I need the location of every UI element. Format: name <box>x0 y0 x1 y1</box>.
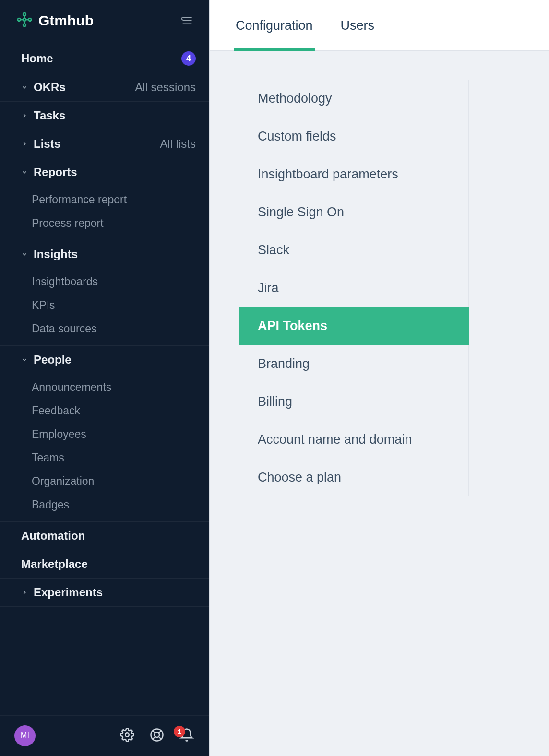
sidebar-item-lists[interactable]: Lists All lists <box>0 130 209 158</box>
sidebar-subitem-feedback[interactable]: Feedback <box>0 399 209 423</box>
sidebar-item-experiments[interactable]: Experiments <box>0 579 209 607</box>
config-item-custom-fields[interactable]: Custom fields <box>239 118 469 155</box>
sidebar-header: Gtmhub <box>0 0 209 41</box>
sidebar-subitem-process-report[interactable]: Process report <box>0 212 209 235</box>
chevron-down-icon <box>21 251 28 258</box>
sidebar-item-label: Insights <box>34 248 78 261</box>
gear-icon <box>120 728 134 744</box>
reports-sublist: Performance report Process report <box>0 186 209 240</box>
tab-users[interactable]: Users <box>339 0 377 50</box>
people-sublist: Announcements Feedback Employees Teams O… <box>0 374 209 522</box>
config-item-billing[interactable]: Billing <box>239 383 469 421</box>
svg-point-3 <box>23 13 26 16</box>
sidebar-item-label: OKRs <box>34 81 66 94</box>
lifebuoy-icon <box>150 728 164 744</box>
sidebar-item-label: Automation <box>21 529 85 543</box>
config-item-methodology[interactable]: Methodology <box>239 80 469 118</box>
sidebar-nav: Home 4 OKRs All sessions Tasks <box>0 41 209 715</box>
sidebar-item-insights[interactable]: Insights <box>0 240 209 268</box>
sidebar-item-label: Tasks <box>34 109 65 122</box>
notification-badge: 1 <box>174 726 185 737</box>
sidebar-subitem-organization[interactable]: Organization <box>0 470 209 493</box>
sidebar-item-reports[interactable]: Reports <box>0 158 209 186</box>
chevron-right-icon <box>21 141 28 147</box>
avatar[interactable]: MI <box>14 725 36 746</box>
chevron-right-icon <box>21 112 28 119</box>
config-item-api-tokens[interactable]: API Tokens <box>239 307 469 345</box>
settings-button[interactable] <box>119 728 135 744</box>
sidebar-subitem-kpis[interactable]: KPIs <box>0 294 209 317</box>
sidebar-item-people[interactable]: People <box>0 346 209 374</box>
content: Methodology Custom fields Insightboard p… <box>210 51 549 525</box>
sidebar-subitem-announcements[interactable]: Announcements <box>0 376 209 399</box>
sidebar-item-label: Home <box>21 52 53 65</box>
sidebar-subitem-employees[interactable]: Employees <box>0 423 209 446</box>
config-item-single-sign-on[interactable]: Single Sign On <box>239 193 469 231</box>
notifications-button[interactable]: 1 <box>179 728 195 744</box>
svg-line-16 <box>159 737 161 739</box>
sidebar-item-label: Lists <box>34 137 60 151</box>
sidebar-item-automation[interactable]: Automation <box>0 522 209 550</box>
chevron-down-icon <box>21 84 28 91</box>
sidebar-item-secondary[interactable]: All lists <box>160 137 196 151</box>
config-item-slack[interactable]: Slack <box>239 231 469 269</box>
svg-point-14 <box>155 732 159 737</box>
config-item-jira[interactable]: Jira <box>239 269 469 307</box>
sidebar-footer: MI 1 <box>0 715 209 756</box>
config-item-account-name-domain[interactable]: Account name and domain <box>239 421 469 459</box>
config-menu: Methodology Custom fields Insightboard p… <box>239 80 469 496</box>
svg-point-1 <box>18 18 21 21</box>
config-item-insightboard-parameters[interactable]: Insightboard parameters <box>239 155 469 193</box>
sidebar-item-label: Experiments <box>34 586 103 599</box>
sidebar-item-okrs[interactable]: OKRs All sessions <box>0 73 209 102</box>
sidebar-subitem-teams[interactable]: Teams <box>0 446 209 470</box>
svg-line-15 <box>153 731 155 733</box>
svg-point-2 <box>29 18 32 21</box>
sidebar: Gtmhub Home 4 OKRs All sessions <box>0 0 209 756</box>
tab-configuration[interactable]: Configuration <box>234 0 315 50</box>
chevron-down-icon <box>21 356 28 363</box>
svg-line-17 <box>159 731 161 733</box>
sidebar-item-marketplace[interactable]: Marketplace <box>0 550 209 579</box>
config-item-branding[interactable]: Branding <box>239 345 469 383</box>
svg-point-12 <box>125 733 129 737</box>
insights-sublist: Insightboards KPIs Data sources <box>0 268 209 346</box>
sidebar-item-label: Marketplace <box>21 557 88 571</box>
sidebar-item-tasks[interactable]: Tasks <box>0 102 209 130</box>
sidebar-item-secondary[interactable]: All sessions <box>135 81 196 94</box>
svg-line-18 <box>153 737 155 739</box>
sidebar-item-label: People <box>34 353 72 366</box>
home-badge: 4 <box>181 51 196 66</box>
svg-point-4 <box>23 24 26 27</box>
sidebar-item-home[interactable]: Home 4 <box>0 44 209 73</box>
help-button[interactable] <box>149 728 165 744</box>
chevron-right-icon <box>21 589 28 596</box>
sidebar-subitem-performance-report[interactable]: Performance report <box>0 188 209 212</box>
collapse-sidebar-button[interactable] <box>179 12 196 29</box>
config-item-choose-plan[interactable]: Choose a plan <box>239 459 469 496</box>
svg-point-0 <box>23 18 26 21</box>
main-area: Configuration Users Methodology Custom f… <box>209 0 549 756</box>
logo[interactable]: Gtmhub <box>16 12 94 30</box>
logo-text: Gtmhub <box>38 12 94 29</box>
sidebar-subitem-badges[interactable]: Badges <box>0 493 209 517</box>
sidebar-subitem-insightboards[interactable]: Insightboards <box>0 270 209 294</box>
logo-icon <box>16 12 33 30</box>
chevron-down-icon <box>21 169 28 176</box>
sidebar-item-label: Reports <box>34 165 77 179</box>
sidebar-subitem-data-sources[interactable]: Data sources <box>0 317 209 341</box>
tabs: Configuration Users <box>210 0 549 51</box>
